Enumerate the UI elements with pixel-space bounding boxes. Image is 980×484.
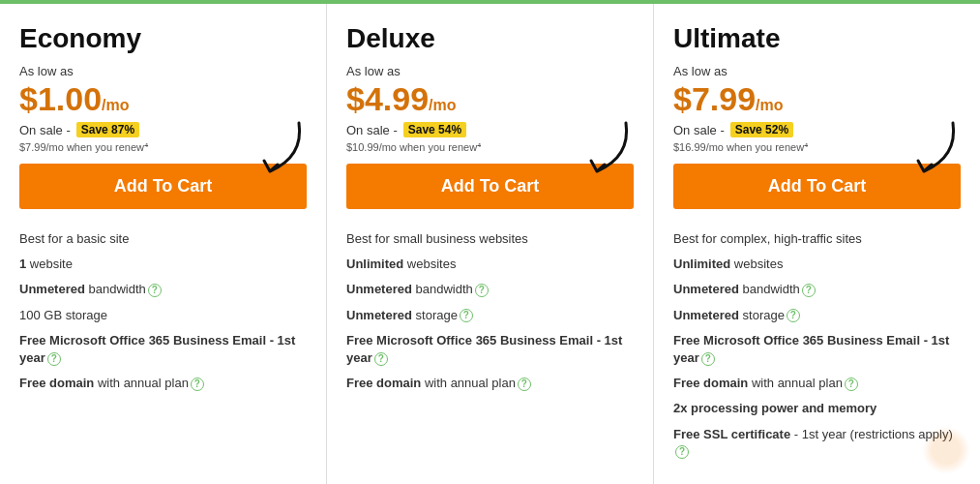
economy-sale-row: On sale -Save 87%: [19, 122, 307, 137]
deluxe-feature-1: Unlimited websites: [346, 252, 634, 277]
economy-feature-0: Best for a basic site: [19, 227, 307, 252]
deluxe-title: Deluxe: [346, 23, 634, 54]
economy-features-list: Best for a basic site1 websiteUnmetered …: [19, 227, 307, 396]
economy-feature-2: Unmetered bandwidth?: [19, 277, 307, 302]
ultimate-features-list: Best for complex, high-traffic sitesUnli…: [673, 227, 961, 465]
economy-add-to-cart-button[interactable]: Add To Cart: [19, 164, 307, 209]
economy-price-row: $1.00/mo: [19, 80, 307, 118]
deluxe-price-mo: /mo: [429, 97, 456, 114]
economy-save-badge: Save 87%: [76, 122, 139, 137]
economy-title: Economy: [19, 23, 307, 54]
ultimate-feature-4-info-icon[interactable]: ?: [701, 352, 715, 366]
ultimate-add-to-cart-button[interactable]: Add To Cart: [673, 164, 961, 209]
ultimate-feature-5: Free domain with annual plan?: [673, 371, 961, 396]
ultimate-price-mo: /mo: [756, 97, 783, 114]
ultimate-feature-3: Unmetered storage?: [673, 303, 961, 328]
deluxe-add-to-cart-button[interactable]: Add To Cart: [346, 164, 634, 209]
ultimate-feature-2-info-icon[interactable]: ?: [802, 284, 816, 297]
economy-feature-5: Free domain with annual plan?: [19, 371, 307, 396]
deluxe-price-row: $4.99/mo: [346, 80, 634, 118]
plan-deluxe: DeluxeAs low as$4.99/moOn sale -Save 54%…: [327, 4, 654, 484]
economy-feature-5-info-icon[interactable]: ?: [191, 378, 204, 391]
ultimate-as-low-as: As low as: [673, 64, 961, 78]
ultimate-feature-7-info-icon[interactable]: ?: [675, 445, 689, 459]
ultimate-feature-5-info-icon[interactable]: ?: [845, 378, 858, 391]
ultimate-price-row: $7.99/mo: [673, 80, 961, 118]
deluxe-feature-4: Free Microsoft Office 365 Business Email…: [346, 328, 634, 371]
deluxe-feature-2: Unmetered bandwidth?: [346, 277, 634, 302]
deluxe-feature-3-info-icon[interactable]: ?: [460, 309, 473, 322]
economy-price-amount: $1.00: [19, 80, 102, 118]
economy-feature-4: Free Microsoft Office 365 Business Email…: [19, 328, 307, 371]
deluxe-renew-text: $10.99/mo when you renew⁴: [346, 141, 634, 154]
economy-renew-text: $7.99/mo when you renew⁴: [19, 141, 307, 154]
ultimate-watermark: [922, 426, 970, 474]
deluxe-feature-4-info-icon[interactable]: ?: [374, 352, 388, 366]
deluxe-features-list: Best for small business websitesUnlimite…: [346, 227, 634, 396]
economy-as-low-as: As low as: [19, 64, 307, 78]
economy-feature-4-info-icon[interactable]: ?: [47, 352, 61, 366]
ultimate-feature-6: 2x processing power and memory: [673, 396, 961, 421]
deluxe-feature-5: Free domain with annual plan?: [346, 371, 634, 396]
deluxe-feature-0: Best for small business websites: [346, 227, 634, 252]
deluxe-save-badge: Save 54%: [403, 122, 466, 137]
ultimate-save-badge: Save 52%: [730, 122, 793, 137]
deluxe-sale-row: On sale -Save 54%: [346, 122, 634, 137]
deluxe-feature-2-info-icon[interactable]: ?: [475, 284, 489, 297]
deluxe-feature-3: Unmetered storage?: [346, 303, 634, 328]
ultimate-sale-text: On sale -: [673, 123, 725, 137]
economy-price-mo: /mo: [102, 97, 129, 114]
ultimate-feature-7: Free SSL certificate - 1st year (restric…: [673, 422, 961, 465]
ultimate-renew-text: $16.99/mo when you renew⁴: [673, 141, 961, 154]
ultimate-feature-0: Best for complex, high-traffic sites: [673, 227, 961, 252]
deluxe-feature-5-info-icon[interactable]: ?: [518, 378, 531, 391]
economy-feature-3: 100 GB storage: [19, 303, 307, 328]
plan-ultimate: UltimateAs low as$7.99/moOn sale -Save 5…: [654, 4, 980, 484]
ultimate-title: Ultimate: [673, 23, 961, 54]
plan-economy: EconomyAs low as$1.00/moOn sale -Save 87…: [0, 4, 327, 484]
ultimate-feature-3-info-icon[interactable]: ?: [787, 309, 800, 322]
economy-feature-2-info-icon[interactable]: ?: [148, 284, 162, 297]
deluxe-sale-text: On sale -: [346, 123, 398, 137]
deluxe-price-amount: $4.99: [346, 80, 429, 118]
ultimate-price-amount: $7.99: [673, 80, 756, 118]
ultimate-feature-4: Free Microsoft Office 365 Business Email…: [673, 328, 961, 371]
economy-feature-1: 1 website: [19, 252, 307, 277]
deluxe-as-low-as: As low as: [346, 64, 634, 78]
ultimate-feature-2: Unmetered bandwidth?: [673, 277, 961, 302]
plans-container: EconomyAs low as$1.00/moOn sale -Save 87…: [0, 0, 980, 484]
economy-sale-text: On sale -: [19, 123, 71, 137]
ultimate-sale-row: On sale -Save 52%: [673, 122, 961, 137]
ultimate-feature-1: Unlimited websites: [673, 252, 961, 277]
